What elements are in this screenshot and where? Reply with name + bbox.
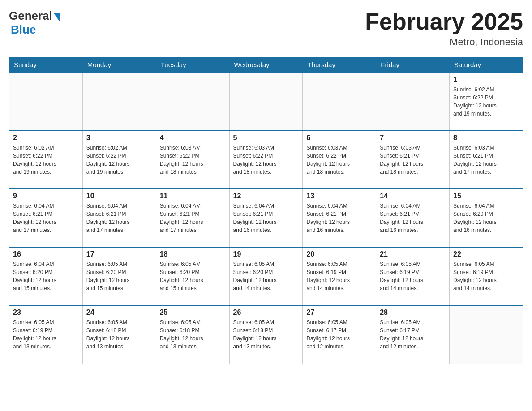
table-row: 7Sunrise: 6:03 AM Sunset: 6:21 PM Daylig…	[376, 131, 450, 189]
logo-blue-text: Blue	[11, 23, 36, 37]
table-row: 13Sunrise: 6:04 AM Sunset: 6:21 PM Dayli…	[303, 189, 376, 247]
table-row: 14Sunrise: 6:04 AM Sunset: 6:21 PM Dayli…	[376, 189, 450, 247]
week-row-3: 9Sunrise: 6:04 AM Sunset: 6:21 PM Daylig…	[9, 189, 523, 247]
day-number: 27	[306, 308, 372, 317]
day-info: Sunrise: 6:04 AM Sunset: 6:20 PM Dayligh…	[453, 202, 519, 234]
day-info: Sunrise: 6:05 AM Sunset: 6:17 PM Dayligh…	[380, 318, 446, 351]
day-number: 14	[380, 192, 446, 200]
day-info: Sunrise: 6:03 AM Sunset: 6:22 PM Dayligh…	[233, 144, 299, 176]
day-number: 23	[13, 308, 79, 317]
table-row: 28Sunrise: 6:05 AM Sunset: 6:17 PM Dayli…	[376, 305, 450, 364]
table-row: 19Sunrise: 6:05 AM Sunset: 6:20 PM Dayli…	[229, 247, 303, 305]
table-row	[376, 73, 450, 131]
calendar-title: February 2025	[365, 9, 523, 34]
table-row: 5Sunrise: 6:03 AM Sunset: 6:22 PM Daylig…	[229, 131, 303, 189]
table-row: 8Sunrise: 6:03 AM Sunset: 6:21 PM Daylig…	[450, 131, 523, 189]
table-row: 6Sunrise: 6:03 AM Sunset: 6:22 PM Daylig…	[303, 131, 376, 189]
logo-arrow-icon	[53, 13, 60, 21]
header-tuesday: Tuesday	[156, 57, 229, 73]
day-info: Sunrise: 6:03 AM Sunset: 6:21 PM Dayligh…	[453, 144, 519, 176]
day-number: 7	[380, 134, 446, 142]
table-row: 3Sunrise: 6:02 AM Sunset: 6:22 PM Daylig…	[82, 131, 156, 189]
table-row: 22Sunrise: 6:05 AM Sunset: 6:19 PM Dayli…	[450, 247, 523, 305]
day-number: 1	[453, 76, 519, 84]
day-info: Sunrise: 6:03 AM Sunset: 6:22 PM Dayligh…	[306, 144, 372, 176]
day-number: 16	[13, 250, 79, 258]
day-number: 18	[160, 250, 226, 258]
day-info: Sunrise: 6:04 AM Sunset: 6:21 PM Dayligh…	[13, 202, 79, 234]
week-row-4: 16Sunrise: 6:04 AM Sunset: 6:20 PM Dayli…	[9, 247, 523, 305]
day-info: Sunrise: 6:05 AM Sunset: 6:19 PM Dayligh…	[380, 260, 446, 292]
table-row: 12Sunrise: 6:04 AM Sunset: 6:21 PM Dayli…	[229, 189, 303, 247]
day-info: Sunrise: 6:05 AM Sunset: 6:18 PM Dayligh…	[86, 318, 152, 351]
table-row: 1Sunrise: 6:02 AM Sunset: 6:22 PM Daylig…	[450, 73, 523, 131]
day-info: Sunrise: 6:04 AM Sunset: 6:21 PM Dayligh…	[86, 202, 152, 234]
day-info: Sunrise: 6:03 AM Sunset: 6:21 PM Dayligh…	[380, 144, 446, 176]
day-info: Sunrise: 6:04 AM Sunset: 6:21 PM Dayligh…	[160, 202, 226, 234]
day-number: 3	[86, 134, 152, 142]
day-number: 2	[13, 134, 79, 142]
header-friday: Friday	[376, 57, 450, 73]
week-row-5: 23Sunrise: 6:05 AM Sunset: 6:19 PM Dayli…	[9, 305, 523, 364]
week-row-1: 1Sunrise: 6:02 AM Sunset: 6:22 PM Daylig…	[9, 73, 523, 131]
table-row: 16Sunrise: 6:04 AM Sunset: 6:20 PM Dayli…	[9, 247, 83, 305]
table-row: 17Sunrise: 6:05 AM Sunset: 6:20 PM Dayli…	[82, 247, 156, 305]
header-thursday: Thursday	[303, 57, 376, 73]
table-row: 2Sunrise: 6:02 AM Sunset: 6:22 PM Daylig…	[9, 131, 83, 189]
day-number: 13	[306, 192, 372, 200]
day-info: Sunrise: 6:02 AM Sunset: 6:22 PM Dayligh…	[86, 144, 152, 176]
day-number: 20	[306, 250, 372, 258]
day-number: 22	[453, 250, 519, 258]
table-row	[450, 305, 523, 364]
day-info: Sunrise: 6:05 AM Sunset: 6:20 PM Dayligh…	[86, 260, 152, 292]
table-row: 23Sunrise: 6:05 AM Sunset: 6:19 PM Dayli…	[9, 305, 83, 364]
day-info: Sunrise: 6:05 AM Sunset: 6:20 PM Dayligh…	[160, 260, 226, 292]
header-monday: Monday	[82, 57, 156, 73]
page-header: General Blue February 2025 Metro, Indone…	[9, 9, 523, 48]
table-row: 26Sunrise: 6:05 AM Sunset: 6:18 PM Dayli…	[229, 305, 303, 364]
header-wednesday: Wednesday	[229, 57, 303, 73]
day-info: Sunrise: 6:02 AM Sunset: 6:22 PM Dayligh…	[13, 144, 79, 176]
table-row: 10Sunrise: 6:04 AM Sunset: 6:21 PM Dayli…	[82, 189, 156, 247]
day-info: Sunrise: 6:04 AM Sunset: 6:21 PM Dayligh…	[306, 202, 372, 234]
day-info: Sunrise: 6:04 AM Sunset: 6:20 PM Dayligh…	[13, 260, 79, 292]
weekday-header-row: Sunday Monday Tuesday Wednesday Thursday…	[9, 57, 523, 73]
table-row: 9Sunrise: 6:04 AM Sunset: 6:21 PM Daylig…	[9, 189, 83, 247]
day-number: 25	[160, 308, 226, 317]
day-number: 28	[380, 308, 446, 317]
day-number: 19	[233, 250, 299, 258]
logo-general-text: General	[9, 9, 52, 23]
table-row	[9, 73, 83, 131]
table-row	[303, 73, 376, 131]
week-row-2: 2Sunrise: 6:02 AM Sunset: 6:22 PM Daylig…	[9, 131, 523, 189]
table-row: 27Sunrise: 6:05 AM Sunset: 6:17 PM Dayli…	[303, 305, 376, 364]
day-info: Sunrise: 6:05 AM Sunset: 6:17 PM Dayligh…	[306, 318, 372, 351]
table-row: 25Sunrise: 6:05 AM Sunset: 6:18 PM Dayli…	[156, 305, 229, 364]
day-info: Sunrise: 6:05 AM Sunset: 6:19 PM Dayligh…	[453, 260, 519, 292]
day-number: 10	[86, 192, 152, 200]
header-sunday: Sunday	[9, 57, 83, 73]
day-info: Sunrise: 6:05 AM Sunset: 6:18 PM Dayligh…	[233, 318, 299, 351]
calendar-table: Sunday Monday Tuesday Wednesday Thursday…	[9, 57, 523, 364]
day-info: Sunrise: 6:05 AM Sunset: 6:20 PM Dayligh…	[233, 260, 299, 292]
day-number: 9	[13, 192, 79, 200]
day-number: 11	[160, 192, 226, 200]
day-info: Sunrise: 6:02 AM Sunset: 6:22 PM Dayligh…	[453, 86, 519, 118]
day-number: 12	[233, 192, 299, 200]
day-number: 8	[453, 134, 519, 142]
header-saturday: Saturday	[450, 57, 523, 73]
title-section: February 2025 Metro, Indonesia	[365, 9, 523, 48]
table-row: 15Sunrise: 6:04 AM Sunset: 6:20 PM Dayli…	[450, 189, 523, 247]
table-row	[156, 73, 229, 131]
day-info: Sunrise: 6:05 AM Sunset: 6:19 PM Dayligh…	[13, 318, 79, 351]
day-info: Sunrise: 6:04 AM Sunset: 6:21 PM Dayligh…	[380, 202, 446, 234]
day-number: 21	[380, 250, 446, 258]
day-number: 4	[160, 134, 226, 142]
table-row: 24Sunrise: 6:05 AM Sunset: 6:18 PM Dayli…	[82, 305, 156, 364]
calendar-subtitle: Metro, Indonesia	[365, 36, 523, 48]
table-row: 20Sunrise: 6:05 AM Sunset: 6:19 PM Dayli…	[303, 247, 376, 305]
table-row	[82, 73, 156, 131]
table-row: 4Sunrise: 6:03 AM Sunset: 6:22 PM Daylig…	[156, 131, 229, 189]
day-info: Sunrise: 6:05 AM Sunset: 6:18 PM Dayligh…	[160, 318, 226, 351]
logo: General Blue	[9, 9, 60, 37]
